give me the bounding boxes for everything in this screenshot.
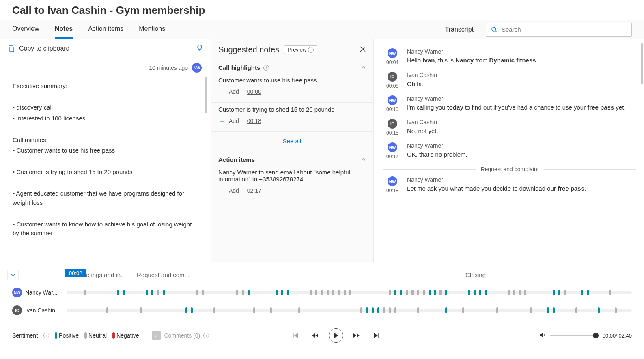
segment-label: Greetings and in... <box>73 271 126 320</box>
svg-line-1 <box>495 31 497 32</box>
avatar: NW <box>388 48 397 58</box>
info-icon: i <box>203 333 209 338</box>
svg-marker-11 <box>353 333 356 338</box>
info-icon: i <box>43 333 49 338</box>
lightbulb-icon[interactable] <box>196 44 203 53</box>
transcript-message: Oh hi. <box>407 80 437 88</box>
timestamp-link[interactable]: 02:17 <box>247 187 261 194</box>
timeline: 00:00 Greetings and in... Request and co… <box>0 271 644 323</box>
transcript-message: Hello Ivan, this is Nancy from Dynamic f… <box>407 56 538 64</box>
add-highlight-button[interactable]: ＋ <box>218 116 226 126</box>
more-icon[interactable]: ⋯ <box>350 157 356 163</box>
svg-point-0 <box>492 27 496 31</box>
comments-toggle[interactable]: ✓ Comments (0) i <box>152 331 209 340</box>
chevron-up-icon[interactable] <box>361 64 366 71</box>
close-icon[interactable] <box>360 45 366 54</box>
notes-timestamp: 10 minutes ago <box>149 64 188 71</box>
avatar: IC <box>388 119 397 129</box>
transcript-panel: NW00:04 Nancy WarnerHello Ivan, this is … <box>373 39 644 262</box>
search-box[interactable] <box>486 23 632 37</box>
tab-overview[interactable]: Overview <box>12 20 39 39</box>
notes-body: Executive summary: - discovery call - In… <box>0 73 211 262</box>
forward-button[interactable] <box>351 329 363 342</box>
scrollbar[interactable] <box>641 43 643 84</box>
add-action-button[interactable]: ＋ <box>218 186 226 196</box>
add-highlight-button[interactable]: ＋ <box>218 87 226 97</box>
search-input[interactable] <box>502 26 627 33</box>
action-item: Nancy Warner to send email about "some h… <box>211 166 373 201</box>
rewind-button[interactable] <box>309 329 321 342</box>
notes-author-avatar: NW <box>192 63 202 73</box>
skip-end-button[interactable] <box>370 329 382 342</box>
avatar: NW <box>388 176 397 186</box>
suggested-notes-title: Suggested notes <box>218 45 279 54</box>
transcript-message: No, not yet. <box>407 127 438 135</box>
copy-icon <box>8 45 15 52</box>
copy-to-clipboard-button[interactable]: Copy to clipboard <box>8 45 70 52</box>
avatar: NW <box>388 142 397 152</box>
copy-label: Copy to clipboard <box>19 45 70 52</box>
play-button[interactable] <box>329 328 343 343</box>
call-highlights-heading: Call highlights <box>218 64 260 71</box>
playhead-line[interactable] <box>71 279 71 331</box>
svg-marker-7 <box>295 333 298 338</box>
audio-track[interactable] <box>67 291 632 294</box>
more-icon[interactable]: ⋯ <box>350 64 356 71</box>
svg-marker-13 <box>374 333 377 338</box>
segment-divider: Request and complaint <box>383 166 636 172</box>
timestamp-link[interactable]: 00:18 <box>247 118 261 124</box>
footer: Sentiment i Positive Neutral Negative ✓ … <box>0 323 644 350</box>
transcript-message: Let me ask you what made you decide to d… <box>407 184 586 193</box>
avatar: NW <box>12 288 22 297</box>
chevron-up-icon[interactable] <box>361 157 366 163</box>
highlight-item: Customer wants to use his free pass ＋ Ad… <box>211 73 373 103</box>
info-icon: i <box>308 47 314 53</box>
svg-marker-9 <box>315 333 318 338</box>
volume-icon[interactable] <box>539 332 546 340</box>
player-controls <box>290 328 382 343</box>
info-icon: i <box>263 65 269 71</box>
transcript-label: Transcript <box>445 26 474 33</box>
see-all-link[interactable]: See all <box>211 132 373 150</box>
transcript-message: I'm calling you today to find out if you… <box>407 103 626 112</box>
highlight-item: Customer is trying to shed 15 to 20 poun… <box>211 103 373 132</box>
tab-mentions[interactable]: Mentions <box>139 20 165 39</box>
tab-action-items[interactable]: Action items <box>88 20 123 39</box>
avatar: IC <box>12 305 22 315</box>
segment-label: Request and com... <box>134 271 190 320</box>
svg-marker-10 <box>334 333 338 338</box>
page-title: Call to Ivan Cashin - Gym membership <box>0 0 644 20</box>
transcript-message: OK, that's no problem. <box>407 150 467 159</box>
svg-marker-12 <box>357 333 360 338</box>
action-items-heading: Action items <box>218 156 255 163</box>
svg-rect-2 <box>10 47 14 52</box>
suggested-notes-panel: Suggested notes Preview i Call highlight… <box>211 39 373 262</box>
preview-badge[interactable]: Preview i <box>284 45 317 54</box>
svg-marker-15 <box>540 333 543 337</box>
scrollbar[interactable] <box>205 77 207 113</box>
checkbox-icon: ✓ <box>152 331 161 340</box>
sentiment-label: Sentiment <box>12 332 38 339</box>
top-bar: Overview Notes Action items Mentions Tra… <box>0 20 644 39</box>
volume-slider[interactable] <box>550 335 599 336</box>
search-icon <box>491 26 498 33</box>
avatar: IC <box>388 72 397 82</box>
svg-marker-8 <box>312 333 315 338</box>
audio-track[interactable] <box>67 309 632 312</box>
avatar: NW <box>388 95 397 105</box>
skip-start-button[interactable] <box>290 329 302 342</box>
timestamp-link[interactable]: 00:00 <box>247 88 261 95</box>
notes-panel: Copy to clipboard 10 minutes ago NW Exec… <box>0 39 211 262</box>
tab-notes[interactable]: Notes <box>55 20 73 39</box>
